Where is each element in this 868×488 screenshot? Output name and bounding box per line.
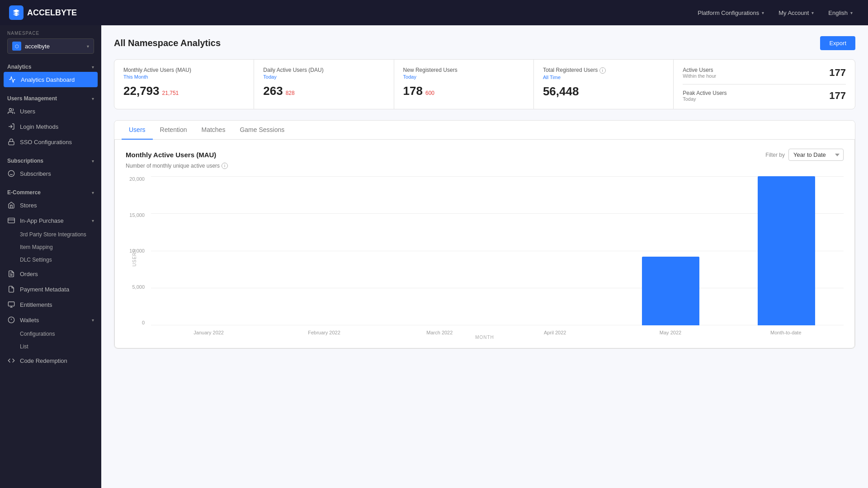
peak-users-info: Peak Active Users Today (683, 90, 726, 102)
sidebar-subitem-configurations[interactable]: Configurations (0, 328, 101, 340)
x-label-apr: April 2022 (497, 330, 613, 335)
my-account-label: My Account (778, 9, 809, 16)
subscribers-label: Subscribers (20, 170, 51, 177)
svg-rect-10 (8, 302, 14, 306)
mau-value: 22,793 21,751 (123, 84, 245, 98)
stat-card-new-users: New Registered Users Today 178 600 (394, 60, 533, 109)
new-users-value: 178 600 (403, 84, 524, 98)
chart-header: Monthly Active Users (MAU) Filter by Yea… (126, 149, 844, 161)
sidebar-item-payment-metadata[interactable]: Payment Metadata (0, 282, 101, 297)
namespace-name: accelbyte (25, 43, 50, 50)
peak-users-value: 177 (829, 90, 846, 102)
layout: NAMESPACE ⬡ accelbyte ▾ Analytics ▾ Anal… (0, 25, 868, 488)
bar-group-mar (382, 176, 497, 325)
wallets-icon (7, 316, 15, 324)
new-users-prev: 600 (425, 90, 434, 96)
iap-icon (7, 216, 15, 225)
orders-icon (7, 270, 15, 278)
tab-game-sessions[interactable]: Game Sessions (232, 121, 292, 140)
payment-icon (7, 285, 15, 293)
ecommerce-header[interactable]: E-Commerce ▾ (0, 185, 101, 197)
chart-inner (151, 176, 844, 325)
tab-users[interactable]: Users (122, 121, 153, 140)
namespace-chevron-icon: ▾ (87, 44, 89, 49)
payment-metadata-label: Payment Metadata (20, 286, 69, 293)
tab-matches[interactable]: Matches (194, 121, 233, 140)
export-button[interactable]: Export (820, 36, 855, 50)
y-label-20k: 20,000 (126, 176, 148, 182)
main-content: All Namespace Analytics Export Monthly A… (101, 25, 868, 488)
mau-prev: 21,751 (162, 90, 179, 96)
analytics-dashboard-icon (8, 75, 16, 84)
x-label-jan: January 2022 (151, 330, 266, 335)
peak-users-label: Peak Active Users (683, 90, 726, 96)
active-users-sub: Within the hour (683, 73, 716, 79)
sidebar-item-stores[interactable]: Stores (0, 197, 101, 213)
filter-label: Filter by (765, 152, 785, 158)
subscriptions-chevron-icon: ▾ (92, 159, 94, 164)
page-header: All Namespace Analytics Export (114, 36, 855, 50)
y-label-5k: 5,000 (126, 284, 148, 290)
sidebar-item-entitlements[interactable]: Entitlements (0, 297, 101, 312)
ecommerce-section: E-Commerce ▾ Stores In-App Purchase ▾ 3r… (0, 183, 101, 370)
sidebar-item-users[interactable]: Users (0, 103, 101, 119)
active-users-info: Active Users Within the hour (683, 67, 716, 79)
mau-number: 22,793 (123, 84, 160, 98)
chart-title: Monthly Active Users (MAU) (126, 151, 216, 159)
x-label-may: May 2022 (613, 330, 728, 335)
x-axis-title: MONTH (475, 335, 494, 340)
mini-divider (683, 84, 846, 84)
filter-select[interactable]: Year to Date Last 6 Months Last 3 Months (788, 149, 844, 161)
namespace-label: NAMESPACE (7, 31, 94, 36)
sidebar-subitem-list[interactable]: List (0, 340, 101, 353)
dlc-settings-label: DLC Settings (20, 257, 52, 263)
users-management-section: Users Management ▾ Users Login Methods (0, 89, 101, 151)
mau-label: Monthly Active Users (MAU) (123, 67, 245, 73)
total-users-value: 56,448 (543, 84, 664, 99)
list-label: List (20, 343, 28, 350)
platform-configurations-button[interactable]: Platform Configurations ▾ (691, 7, 770, 19)
tabs-card: Users Retention Matches Game Sessions Mo… (114, 120, 855, 349)
new-users-number: 178 (403, 84, 423, 98)
item-mapping-label: Item Mapping (20, 244, 53, 250)
namespace-inner: ⬡ accelbyte (12, 42, 87, 51)
sidebar-subitem-3rd-party[interactable]: 3rd Party Store Integrations (0, 228, 101, 241)
sidebar-item-login-methods[interactable]: Login Methods (0, 119, 101, 134)
subscriptions-title: Subscriptions (7, 158, 43, 164)
sidebar-item-code-redemption[interactable]: Code Redemption (0, 353, 101, 368)
sidebar-item-in-app-purchase[interactable]: In-App Purchase ▾ (0, 213, 101, 228)
sidebar-item-subscribers[interactable]: Subscribers (0, 166, 101, 181)
namespace-section: NAMESPACE ⬡ accelbyte ▾ (0, 25, 101, 57)
language-button[interactable]: English ▾ (822, 7, 859, 19)
language-label: English (828, 9, 848, 16)
x-label-feb: February 2022 (266, 330, 382, 335)
analytics-section-title: Analytics (7, 64, 31, 70)
filter-row: Filter by Year to Date Last 6 Months Las… (765, 149, 844, 161)
chart-section: Monthly Active Users (MAU) Filter by Yea… (114, 140, 855, 348)
code-redemption-icon (7, 357, 15, 365)
subscriptions-section: Subscriptions ▾ Subscribers (0, 151, 101, 183)
tab-retention[interactable]: Retention (153, 121, 194, 140)
sidebar-item-sso-configurations[interactable]: SSO Configurations (0, 134, 101, 150)
stores-icon (7, 201, 15, 209)
mau-sub: This Month (123, 74, 245, 80)
total-users-info-icon: i (599, 67, 606, 74)
sso-label: SSO Configurations (20, 139, 72, 145)
my-account-button[interactable]: My Account ▾ (772, 7, 820, 19)
sidebar-subitem-item-mapping[interactable]: Item Mapping (0, 241, 101, 253)
svg-point-3 (8, 170, 14, 176)
sidebar-item-analytics-dashboard[interactable]: Analytics Dashboard (4, 72, 98, 87)
sidebar-item-wallets[interactable]: Wallets ▾ (0, 312, 101, 328)
bar-group-feb (267, 176, 382, 325)
sidebar-item-orders[interactable]: Orders (0, 266, 101, 282)
tabs: Users Retention Matches Game Sessions (114, 121, 855, 140)
namespace-selector[interactable]: ⬡ accelbyte ▾ (7, 38, 94, 54)
analytics-section-header[interactable]: Analytics ▾ (0, 59, 101, 72)
subscriptions-header[interactable]: Subscriptions ▾ (0, 153, 101, 166)
analytics-dashboard-label: Analytics Dashboard (21, 76, 75, 83)
users-icon (7, 107, 15, 115)
sidebar-subitem-dlc-settings[interactable]: DLC Settings (0, 253, 101, 266)
analytics-section: Analytics ▾ Analytics Dashboard (0, 57, 101, 89)
bar-group-mtd (729, 176, 844, 325)
users-management-header[interactable]: Users Management ▾ (0, 91, 101, 103)
